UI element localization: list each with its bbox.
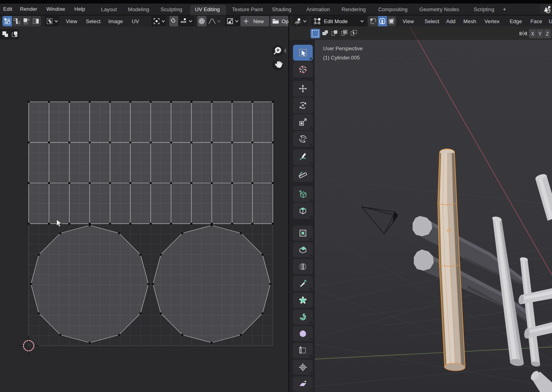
svg-text:Y: Y xyxy=(538,31,542,37)
svg-text:User Perspective: User Perspective xyxy=(323,46,363,51)
svg-text:(1) Cylinder.005: (1) Cylinder.005 xyxy=(323,55,360,61)
svg-text:X: X xyxy=(531,31,534,37)
svg-text:Z: Z xyxy=(546,31,549,37)
